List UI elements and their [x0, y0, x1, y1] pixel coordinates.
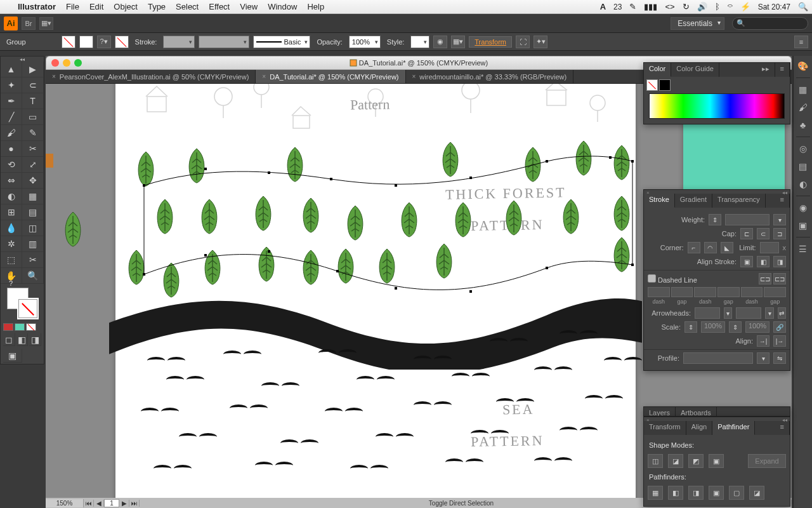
color-tab[interactable]: Color: [644, 63, 671, 77]
volume-icon[interactable]: 🔊: [693, 2, 711, 11]
merge-button[interactable]: ◨: [688, 486, 704, 500]
fill-stroke-swatches[interactable]: ?: [1, 284, 44, 322]
document-tab[interactable]: ×DA_Tutorial.ai* @ 150% (CMYK/Preview): [256, 70, 405, 83]
gradient-tab[interactable]: Gradient: [675, 194, 712, 208]
graphic-styles-panel-icon[interactable]: ▣: [796, 218, 811, 233]
crop-button[interactable]: ▣: [709, 486, 724, 500]
scale-stepper[interactable]: ⇕: [729, 321, 742, 333]
symbol-sprayer-tool[interactable]: ✲: [1, 236, 22, 252]
link-scale-button[interactable]: 🔗: [773, 321, 786, 333]
next-artboard-button[interactable]: ▶: [119, 500, 129, 507]
fill-swatch-button[interactable]: [62, 36, 75, 48]
close-tab-icon[interactable]: ×: [52, 73, 56, 80]
transform-tab[interactable]: Transform: [644, 421, 686, 435]
cap-round-button[interactable]: ⊂: [757, 228, 769, 239]
dash-field[interactable]: [648, 287, 670, 297]
align-arrow-tip-button[interactable]: →|: [757, 335, 769, 347]
isolate-button[interactable]: ⛶: [516, 36, 530, 48]
lasso-tool[interactable]: ⊂: [22, 77, 44, 93]
rotate-tool[interactable]: ⟲: [1, 157, 22, 173]
document-tab[interactable]: ×wiredmountainillo.ai* @ 33.33% (RGB/Pre…: [406, 70, 574, 83]
extra-button[interactable]: ✦▾: [534, 36, 547, 48]
scale-stepper[interactable]: ⇕: [684, 321, 697, 333]
weight-dropdown[interactable]: ▾: [773, 214, 786, 225]
last-artboard-button[interactable]: ⏭: [129, 500, 140, 507]
draw-behind-button[interactable]: ◧: [16, 333, 29, 346]
eraser-tool[interactable]: ✂: [22, 141, 44, 157]
gradient-mode-button[interactable]: [15, 323, 25, 331]
align-center-button[interactable]: ▣: [740, 256, 753, 267]
panel-collapse-button[interactable]: ▸▸: [757, 63, 775, 77]
exclude-button[interactable]: ▣: [709, 454, 724, 468]
align-outside-button[interactable]: ◨: [773, 256, 786, 267]
appearance-panel-icon[interactable]: ◉: [796, 200, 811, 215]
draw-inside-button[interactable]: ◨: [29, 333, 41, 346]
arrange-docs-button[interactable]: ▦▾: [39, 17, 53, 30]
selection-tool[interactable]: ▲: [1, 62, 22, 77]
gap-field[interactable]: [671, 287, 693, 297]
battery-icon[interactable]: ▮▮▮: [640, 2, 661, 11]
transparency-tab[interactable]: Transparency: [712, 194, 766, 208]
stroke-swatch[interactable]: [659, 79, 671, 91]
layers-tab[interactable]: Layers: [644, 407, 676, 417]
pathfinder-tab[interactable]: Pathfinder: [712, 421, 755, 435]
menu-select[interactable]: Select: [171, 2, 204, 11]
gradient-tool[interactable]: ▤: [22, 204, 44, 220]
menu-edit[interactable]: Edit: [84, 2, 108, 11]
intersect-button[interactable]: ◩: [688, 454, 704, 468]
search-field[interactable]: 🔍: [732, 17, 808, 30]
menu-object[interactable]: Object: [108, 2, 143, 11]
menu-file[interactable]: File: [61, 2, 84, 11]
wifi-icon[interactable]: ⌔: [724, 2, 737, 11]
artboards-tab[interactable]: Artboards: [676, 407, 717, 417]
style-dropdown[interactable]: [410, 36, 429, 48]
arrow-start-dropdown[interactable]: [695, 307, 720, 319]
panel-menu-button[interactable]: ≡: [775, 194, 790, 208]
app-name[interactable]: Illustrator: [13, 2, 61, 11]
limit-field[interactable]: [760, 242, 779, 253]
close-window-button[interactable]: [51, 59, 59, 67]
adobe-icon[interactable]: A: [596, 2, 610, 11]
gradient-panel-icon[interactable]: ▤: [796, 159, 811, 174]
type-tool[interactable]: T: [22, 93, 44, 109]
nostroke-button[interactable]: [115, 36, 129, 48]
toolbox-grip[interactable]: ◂◂: [1, 57, 44, 62]
screen-mode-button[interactable]: ▣: [3, 349, 22, 363]
profile-menu[interactable]: ▾: [757, 352, 769, 364]
line-tool[interactable]: ╱: [1, 109, 22, 125]
none-mode-button[interactable]: [26, 323, 36, 331]
swatches-panel-icon[interactable]: ▦: [796, 82, 811, 97]
gap-field[interactable]: [717, 287, 740, 297]
shape-builder-tool[interactable]: ◐: [1, 189, 22, 204]
spotlight-icon[interactable]: 🔍: [794, 2, 812, 11]
close-tab-icon[interactable]: ×: [412, 73, 416, 80]
recolor-button[interactable]: ?▾: [97, 36, 111, 48]
swap-arrows-button[interactable]: ⇄: [778, 307, 786, 319]
minus-back-button[interactable]: ◪: [749, 486, 764, 500]
menu-help[interactable]: Help: [302, 2, 329, 11]
first-artboard-button[interactable]: ⏮: [84, 500, 94, 507]
stroke-swatch-button[interactable]: [79, 36, 93, 48]
menu-type[interactable]: Type: [143, 2, 171, 11]
width-tool[interactable]: ⇔: [1, 173, 22, 189]
blend-tool[interactable]: ◫: [22, 220, 44, 236]
cap-square-button[interactable]: ⊐: [773, 228, 786, 239]
menu-window[interactable]: Window: [263, 2, 302, 11]
panel-menu-button[interactable]: ≡: [794, 36, 808, 48]
brush-dropdown[interactable]: Basic: [253, 36, 310, 48]
expand-button[interactable]: Expand: [748, 454, 786, 468]
color-spectrum[interactable]: [649, 93, 785, 119]
menu-view[interactable]: View: [235, 2, 263, 11]
code-icon[interactable]: <>: [661, 2, 678, 11]
transform-link[interactable]: Transform: [469, 36, 512, 48]
arrow-end-dropdown[interactable]: [736, 307, 761, 319]
paintbrush-tool[interactable]: 🖌: [1, 125, 22, 141]
evernote-icon[interactable]: ✎: [625, 2, 640, 11]
mesh-tool[interactable]: ⊞: [1, 204, 22, 220]
align-inside-button[interactable]: ◧: [757, 256, 769, 267]
layers-panel-icon[interactable]: ☰: [796, 241, 811, 257]
artboard-tool[interactable]: ⬚: [1, 252, 22, 268]
recolor-art-button[interactable]: ◉: [433, 36, 447, 48]
corner-round-button[interactable]: ◠: [704, 242, 717, 253]
scale-end-field[interactable]: 100%: [745, 321, 769, 333]
